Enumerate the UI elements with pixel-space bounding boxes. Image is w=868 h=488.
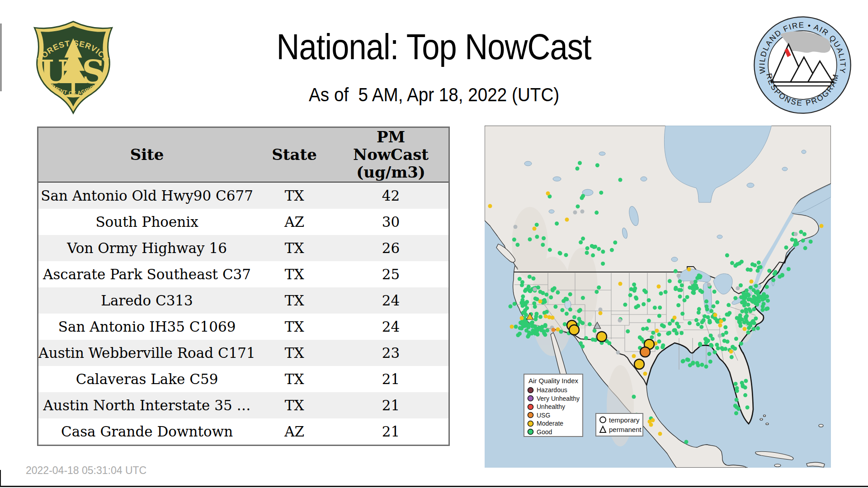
aqi-dot-good <box>742 292 746 296</box>
aqi-dot-moderate <box>750 280 754 284</box>
aqi-dot-good <box>520 304 524 308</box>
aqi-dot-good <box>683 298 687 302</box>
aqi-dot-good <box>751 327 755 331</box>
aqi-dot-good <box>746 293 750 297</box>
aqi-dot-good <box>542 236 546 240</box>
aqi-dot-good <box>668 279 672 283</box>
aqi-dot-good <box>650 335 654 339</box>
marker-legend-item: permanent <box>599 425 640 434</box>
aqi-dot-good <box>794 240 798 244</box>
aqi-dot-moderate <box>599 311 603 315</box>
aqi-dot-good <box>697 273 701 277</box>
table-row: Austin Webberville Road C171TX23 <box>38 340 449 366</box>
aqi-dot-good <box>535 223 539 227</box>
aqi-dot-good <box>765 285 769 289</box>
top-site-marker-moderate <box>569 325 579 335</box>
aqi-dot-moderate <box>618 282 623 286</box>
site-cell: Ascarate Park Southeast C37 <box>38 261 256 287</box>
table-body: San Antonio Old Hwy90 C677TX42South Phoe… <box>38 182 449 446</box>
marker-legend-item: temporary <box>599 415 640 425</box>
aqi-dot-good <box>661 343 665 347</box>
aqi-dot-good <box>743 300 747 305</box>
table-header: Site State PM NowCast (ug/m3) <box>38 127 449 183</box>
aqi-dot-good <box>763 296 767 300</box>
aqi-dot-good <box>702 318 706 322</box>
aqi-dot-good <box>734 411 738 415</box>
aqi-legend-item: Very Unhealthy <box>527 394 580 403</box>
aqi-dot-good <box>578 319 582 324</box>
aqi-dot-good <box>688 321 692 325</box>
aqi-dot-good <box>548 248 552 252</box>
report-page: FOREST SERVICE U S DEPARTMENT OF AGRICUL… <box>0 0 868 488</box>
aqi-dot-usg <box>552 328 556 332</box>
edge-artifact-bottom <box>0 486 868 487</box>
aqi-dot-good <box>576 204 580 208</box>
aqi-dot-good <box>533 305 537 309</box>
value-cell: 24 <box>333 287 449 314</box>
aqi-legend-item: Unhealthy <box>527 403 580 411</box>
aqi-dot-good <box>513 302 517 306</box>
aqi-dot-moderate <box>820 224 824 228</box>
aqi-dot-good <box>543 323 547 327</box>
aqi-dot-good <box>658 305 662 310</box>
aqi-dot-good <box>677 324 681 328</box>
aqi-dot-moderate <box>643 372 647 376</box>
aqi-dot-good <box>778 275 782 279</box>
aqi-dot-good <box>565 297 569 301</box>
aqi-dot-good <box>762 302 766 306</box>
aqi-dot-good <box>735 262 739 266</box>
aqi-dot-good <box>688 286 692 290</box>
site-cell: Calaveras Lake C59 <box>38 366 256 392</box>
aqi-dot-good <box>580 196 584 200</box>
aqi-dot-good <box>647 298 651 302</box>
aqi-dot-nodata <box>707 283 711 287</box>
aqi-dot-good <box>526 325 530 329</box>
aqi-dot-good <box>696 363 700 367</box>
aqi-dot-good <box>752 307 756 311</box>
aqi-dot-good <box>725 253 729 258</box>
aqi-dot-moderate <box>488 204 492 208</box>
aqi-dot-good <box>746 267 750 272</box>
aqi-dot-good <box>543 333 547 337</box>
aqi-legend-item: Hazardous <box>527 386 580 394</box>
aqi-dot-good <box>591 338 595 342</box>
site-cell: Austin Webberville Road C171 <box>38 340 256 366</box>
triangle-marker-icon <box>599 425 607 434</box>
aqi-dot-good <box>710 344 714 348</box>
aqi-dot-good <box>698 289 702 293</box>
value-cell: 21 <box>333 392 449 418</box>
nowcast-table: Site State PM NowCast (ug/m3) San Antoni… <box>37 127 450 446</box>
aqi-dot-moderate <box>729 350 733 354</box>
aqi-dot-good <box>680 312 684 316</box>
aqi-dot-moderate <box>657 285 661 289</box>
table-row: Von Ormy Highway 16TX26 <box>38 235 449 261</box>
aqi-dot-good <box>740 381 744 385</box>
aqi-dot-good <box>745 314 749 318</box>
state-cell: TX <box>255 392 333 418</box>
aqi-dot-good <box>803 246 807 250</box>
aqi-dot-nodata <box>616 351 620 355</box>
column-header-state: State <box>255 127 333 183</box>
aqi-dot-good <box>509 305 513 309</box>
aqi-dot-nodata <box>736 286 740 291</box>
aqi-dot-good <box>694 318 698 322</box>
aqi-dot-good <box>579 240 583 244</box>
aqi-dot-nodata <box>618 319 622 323</box>
marker-legend-label: temporary <box>609 416 640 424</box>
aqi-dot-good <box>809 239 813 244</box>
aqi-dot-good <box>697 307 701 311</box>
aqi-dot-good <box>760 308 764 312</box>
aqi-dot-good <box>773 272 777 276</box>
table-row: Casa Grande DowntownAZ21 <box>38 418 449 446</box>
aqi-dot-good <box>696 322 700 326</box>
page-title: National: Top NowCast <box>0 26 868 68</box>
aqi-dot-good <box>568 308 572 312</box>
state-cell: TX <box>255 366 333 392</box>
aqi-dot-good <box>532 301 536 305</box>
aqi-dot-good <box>731 345 735 349</box>
aqi-dot-good <box>691 291 695 295</box>
value-cell: 30 <box>333 209 449 235</box>
aqi-dot-moderate <box>533 227 537 231</box>
state-cell: TX <box>255 182 333 209</box>
value-cell: 26 <box>333 235 449 261</box>
